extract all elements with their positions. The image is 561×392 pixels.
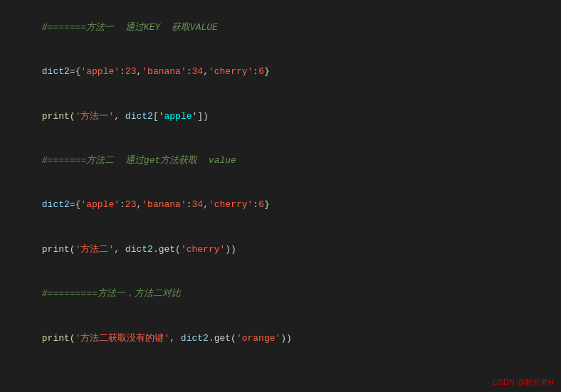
code-line-6: print('方法二', dict2.get('cherry')) (9, 228, 552, 272)
code-line-7: #=========方法一，方法二对比 (9, 272, 552, 316)
str-cherry: 'cherry' (209, 66, 253, 77)
str-apple: 'apple' (80, 66, 120, 77)
watermark: CSDN @数分老H (493, 377, 554, 388)
code-line-5: dict2={'apple':23,'banana':34,'cherry':6… (9, 184, 552, 228)
var-dict2: dict2 (42, 66, 70, 77)
code-line-8: print('方法二获取没有的键', dict2.get('orange')) (9, 317, 552, 361)
code-line-10: print('方法一获取没有的键', dict2['orange']) (9, 376, 552, 392)
code-editor: #=======方法一 通过KEY 获取VALUE dict2={'apple'… (0, 0, 561, 392)
comment-text: #=======方法一 通过KEY 获取VALUE (42, 22, 218, 33)
code-line-4: #=======方法二 通过get方法获取 value (9, 139, 552, 183)
code-line-9 (9, 361, 552, 376)
punct: ={ (70, 66, 81, 77)
code-line-1: #=======方法一 通过KEY 获取VALUE (9, 6, 552, 50)
code-line-3: print('方法一', dict2['apple']) (9, 95, 552, 139)
code-line-2: dict2={'apple':23,'banana':34,'cherry':6… (9, 50, 552, 94)
